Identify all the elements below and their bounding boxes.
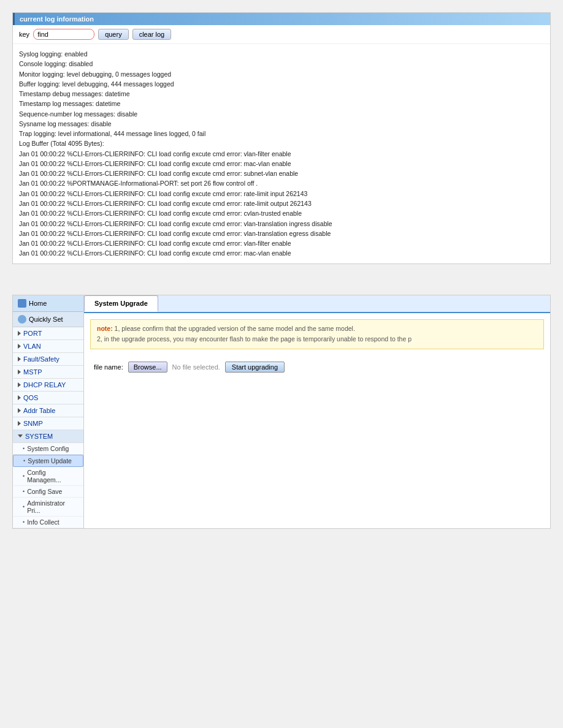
- sidebar-system-config-label: System Config: [27, 445, 69, 452]
- sidebar-sub-info-collect[interactable]: • Info Collect: [13, 517, 83, 528]
- arrow-right-icon: [18, 421, 21, 426]
- sidebar-sub-config-save[interactable]: • Config Save: [13, 486, 83, 498]
- bullet-icon: •: [23, 446, 25, 452]
- sidebar-sub-system-config[interactable]: • System Config: [13, 443, 83, 455]
- sidebar-item-snmp[interactable]: SNMP: [13, 417, 83, 430]
- tab-system-upgrade[interactable]: System Upgrade: [84, 295, 158, 312]
- query-button[interactable]: query: [98, 29, 129, 40]
- arrow-right-icon: [18, 370, 21, 374]
- notice-text-1: 1, please confirm that the upgraded vers…: [115, 325, 355, 332]
- sidebar-system-label: SYSTEM: [25, 433, 53, 440]
- log-line: Jan 01 00:00:22 %CLI-Errors-CLIERRINFO: …: [19, 169, 544, 178]
- log-line: Jan 01 00:00:22 %CLI-Errors-CLIERRINFO: …: [19, 149, 544, 159]
- log-line: Jan 01 00:00:22 %CLI-Errors-CLIERRINFO: …: [19, 189, 544, 199]
- arrow-right-icon: [18, 395, 21, 400]
- log-line: Syslog logging: enabled: [19, 49, 544, 59]
- sidebar-qos-label: QOS: [23, 394, 38, 401]
- sidebar-vlan-label: VLAN: [23, 343, 41, 350]
- clear-log-button[interactable]: clear log: [132, 29, 172, 40]
- bullet-icon: •: [23, 519, 25, 525]
- start-upgrading-button[interactable]: Start upgrading: [225, 362, 285, 373]
- sidebar-item-quickly-set[interactable]: Quickly Set: [13, 312, 83, 327]
- log-line: Jan 01 00:00:22 %CLI-Errors-CLIERRINFO: …: [19, 229, 544, 238]
- log-line: Monitor logging: level debugging, 0 mess…: [19, 69, 544, 79]
- notice-text-2: 2, in the upgrade process, you may encou…: [97, 335, 412, 343]
- sidebar-sub-config-management[interactable]: • Config Managem...: [13, 467, 83, 486]
- log-section-header: current log information: [13, 13, 550, 25]
- sidebar-admin-pri-label: Administrator Pri...: [27, 499, 80, 514]
- sidebar: Home Quickly Set PORT VLAN Fault/Safety …: [13, 295, 84, 528]
- file-name-label: file name:: [94, 363, 123, 371]
- sidebar-item-qos[interactable]: QOS: [13, 392, 83, 404]
- log-line: Jan 01 00:00:22 %CLI-Errors-CLIERRINFO: …: [19, 238, 544, 248]
- sidebar-dhcp-relay-label: DHCP RELAY: [23, 381, 66, 389]
- browse-button[interactable]: Browse...: [128, 362, 167, 373]
- sidebar-item-addr-table[interactable]: Addr Table: [13, 404, 83, 417]
- sidebar-system-update-label: System Update: [28, 457, 72, 464]
- sidebar-port-label: PORT: [23, 330, 42, 337]
- arrow-down-icon: [18, 434, 23, 438]
- bullet-icon: •: [23, 488, 25, 495]
- key-input[interactable]: [33, 29, 94, 40]
- bottom-section: Home Quickly Set PORT VLAN Fault/Safety …: [12, 295, 551, 529]
- sidebar-item-vlan[interactable]: VLAN: [13, 340, 83, 353]
- log-line: Buffer logging: level debugging, 444 mes…: [19, 79, 544, 89]
- main-content: System Upgrade note: 1, please confirm t…: [84, 295, 550, 528]
- arrow-right-icon: [18, 382, 21, 387]
- home-icon: [18, 299, 26, 308]
- sidebar-info-collect-label: Info Collect: [27, 518, 59, 526]
- tab-bar: System Upgrade: [84, 295, 550, 313]
- sidebar-sub-system-update[interactable]: • System Update: [13, 455, 83, 467]
- sidebar-addr-table-label: Addr Table: [23, 407, 55, 414]
- sidebar-item-system[interactable]: SYSTEM: [13, 430, 83, 443]
- tab-system-upgrade-label: System Upgrade: [94, 300, 148, 307]
- arrow-right-icon: [18, 357, 21, 362]
- arrow-right-icon: [18, 331, 21, 336]
- sidebar-item-mstp[interactable]: MSTP: [13, 366, 83, 379]
- log-line: Jan 01 00:00:22 %CLI-Errors-CLIERRINFO: …: [19, 199, 544, 208]
- sidebar-item-fault-safety[interactable]: Fault/Safety: [13, 353, 83, 366]
- upgrade-form: file name: Browse... No file selected. S…: [84, 355, 550, 379]
- log-line: Timestamp log messages: datetime: [19, 99, 544, 108]
- log-line: Trap logging: level informational, 444 m…: [19, 129, 544, 138]
- sidebar-item-home[interactable]: Home: [13, 295, 83, 312]
- log-line: Console logging: disabled: [19, 59, 544, 69]
- log-line: Jan 01 00:00:22 %CLI-Errors-CLIERRINFO: …: [19, 159, 544, 169]
- bullet-icon: •: [23, 504, 25, 510]
- sidebar-mstp-label: MSTP: [23, 368, 42, 376]
- log-line: Jan 01 00:00:22 %PORTMANAGE-Informationa…: [19, 178, 544, 188]
- sidebar-snmp-label: SNMP: [23, 420, 43, 427]
- sidebar-sub-admin-pri[interactable]: • Administrator Pri...: [13, 498, 83, 517]
- sidebar-item-port[interactable]: PORT: [13, 327, 83, 340]
- arrow-right-icon: [18, 408, 21, 413]
- bullet-icon: •: [23, 458, 25, 464]
- log-line: Jan 01 00:00:22 %CLI-Errors-CLIERRINFO: …: [19, 208, 544, 218]
- arrow-right-icon: [18, 344, 21, 349]
- file-status-text: No file selected.: [172, 363, 220, 371]
- log-header-text: current log information: [20, 15, 94, 23]
- sidebar-config-save-label: Config Save: [27, 488, 62, 495]
- log-line: Sequence-number log messages: disable: [19, 109, 544, 119]
- log-line: Log Buffer (Total 4095 Bytes):: [19, 138, 544, 148]
- sidebar-fault-safety-label: Fault/Safety: [23, 355, 59, 363]
- log-line: Timestamp debug messages: datetime: [19, 89, 544, 99]
- sidebar-item-dhcp-relay[interactable]: DHCP RELAY: [13, 379, 83, 392]
- log-line: Jan 01 00:00:22 %CLI-Errors-CLIERRINFO: …: [19, 219, 544, 229]
- query-bar: key query clear log: [13, 25, 550, 44]
- sidebar-home-label: Home: [29, 300, 47, 307]
- log-content: Syslog logging: enabled Console logging:…: [13, 44, 550, 264]
- notice-box: note: 1, please confirm that the upgrade…: [90, 319, 544, 350]
- bullet-icon: •: [23, 473, 25, 479]
- notice-label: note:: [97, 325, 113, 332]
- key-label: key: [19, 31, 29, 38]
- log-line: Sysname log messages: disable: [19, 119, 544, 129]
- sidebar-quickly-set-label: Quickly Set: [29, 316, 63, 323]
- sidebar-config-mgmt-label: Config Managem...: [27, 469, 80, 483]
- log-line: Jan 01 00:00:22 %CLI-Errors-CLIERRINFO: …: [19, 248, 544, 258]
- settings-icon: [18, 315, 26, 324]
